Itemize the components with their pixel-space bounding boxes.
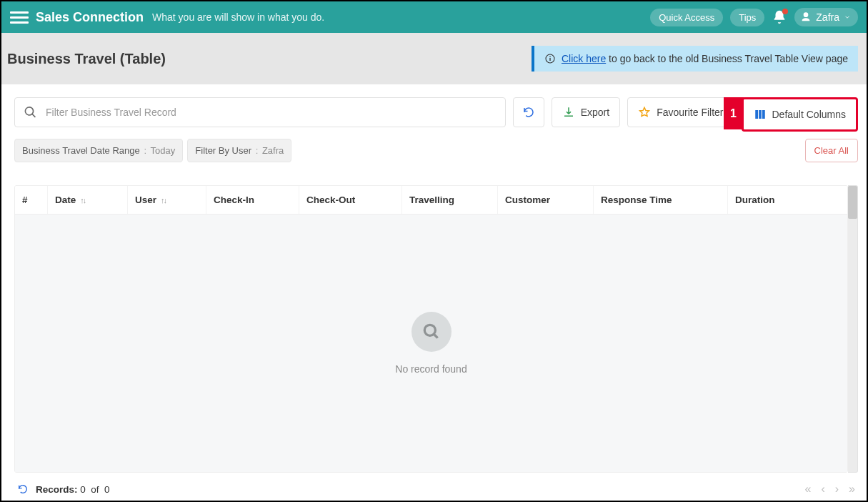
page-next-button[interactable]: › bbox=[835, 483, 839, 496]
callout-badge: 1 bbox=[724, 97, 744, 129]
pagination: « ‹ › » bbox=[805, 483, 855, 496]
refresh-button[interactable] bbox=[513, 97, 544, 127]
refresh-icon bbox=[17, 483, 29, 495]
info-icon bbox=[544, 53, 556, 64]
col-customer[interactable]: Customer bbox=[498, 186, 594, 214]
quick-access-button[interactable]: Quick Access bbox=[650, 9, 723, 26]
user-name-label: Zafra bbox=[816, 11, 839, 23]
data-table: # Date↑↓ User↑↓ Check-In Check-Out Trave… bbox=[14, 185, 848, 473]
svg-rect-2 bbox=[549, 58, 550, 61]
legacy-view-notice: Click here to go back to the old Busines… bbox=[532, 46, 858, 72]
table-empty-state: No record found bbox=[15, 215, 847, 472]
vertical-scrollbar[interactable] bbox=[848, 185, 858, 473]
empty-message: No record found bbox=[395, 363, 467, 375]
legacy-view-link[interactable]: Click here bbox=[562, 53, 606, 64]
svg-rect-4 bbox=[759, 110, 762, 119]
favourite-filter-button[interactable]: Favourite Filter bbox=[627, 97, 734, 127]
col-duration[interactable]: Duration bbox=[728, 186, 847, 214]
col-checkout[interactable]: Check-Out bbox=[299, 186, 402, 214]
footer-refresh-button[interactable] bbox=[17, 483, 29, 495]
chevron-down-icon bbox=[844, 14, 851, 21]
star-icon bbox=[638, 106, 651, 119]
svg-point-6 bbox=[424, 325, 435, 335]
refresh-icon bbox=[522, 106, 535, 119]
download-icon bbox=[562, 106, 575, 119]
sort-icon: ↑↓ bbox=[80, 196, 85, 205]
default-columns-button[interactable]: Default Columns bbox=[744, 99, 857, 129]
svg-point-1 bbox=[549, 56, 551, 58]
scrollbar-thumb[interactable] bbox=[848, 186, 857, 219]
legacy-view-text: to go back to the old Business Travel Ta… bbox=[606, 53, 848, 64]
table-header: # Date↑↓ User↑↓ Check-In Check-Out Trave… bbox=[15, 186, 847, 215]
empty-icon bbox=[411, 312, 452, 352]
filter-chip-date-range[interactable]: Business Travel Date Range : Today bbox=[14, 139, 183, 162]
svg-rect-3 bbox=[755, 110, 758, 119]
page-header: Business Travel (Table) Click here to go… bbox=[1, 33, 867, 84]
col-response-time[interactable]: Response Time bbox=[594, 186, 728, 214]
page-prev-button[interactable]: ‹ bbox=[821, 483, 824, 496]
filter-chip-user[interactable]: Filter By User : Zafra bbox=[187, 139, 291, 162]
page-first-button[interactable]: « bbox=[805, 483, 812, 496]
active-filters-row: Business Travel Date Range : Today Filte… bbox=[14, 139, 858, 172]
menu-icon[interactable] bbox=[10, 8, 29, 26]
table-footer: Records: 0 of 0 « ‹ › » bbox=[14, 473, 858, 502]
page-title: Business Travel (Table) bbox=[7, 51, 166, 67]
col-travelling[interactable]: Travelling bbox=[402, 186, 498, 214]
search-icon bbox=[422, 323, 441, 341]
col-checkin[interactable]: Check-In bbox=[206, 186, 299, 214]
svg-rect-5 bbox=[762, 110, 765, 119]
records-total: 0 bbox=[104, 484, 110, 495]
export-label: Export bbox=[581, 107, 609, 118]
records-label: Records: bbox=[36, 484, 78, 495]
col-date[interactable]: Date↑↓ bbox=[48, 186, 128, 214]
sort-icon: ↑↓ bbox=[161, 196, 166, 205]
top-header: Sales Connection What you are will show … bbox=[1, 1, 867, 33]
brand-title: Sales Connection bbox=[36, 10, 144, 25]
user-menu[interactable]: Zafra bbox=[794, 8, 858, 26]
search-input[interactable] bbox=[46, 107, 497, 118]
favourite-filter-label: Favourite Filter bbox=[657, 107, 723, 118]
records-count: 0 bbox=[80, 484, 86, 495]
notifications-icon[interactable] bbox=[772, 9, 787, 25]
toolbar: Export Favourite Filter 1 Default Column… bbox=[14, 97, 858, 139]
default-columns-callout: 1 Default Columns bbox=[742, 97, 859, 132]
col-index[interactable]: # bbox=[15, 186, 48, 214]
tips-button[interactable]: Tips bbox=[730, 9, 764, 26]
default-columns-label: Default Columns bbox=[772, 109, 847, 120]
search-icon bbox=[24, 105, 37, 119]
search-box[interactable] bbox=[14, 97, 506, 127]
columns-icon bbox=[754, 108, 767, 121]
clear-all-button[interactable]: Clear All bbox=[805, 139, 858, 162]
page-last-button[interactable]: » bbox=[849, 483, 855, 496]
records-of: of bbox=[91, 484, 99, 495]
brand-tagline: What you are will show in what you do. bbox=[152, 11, 324, 23]
export-button[interactable]: Export bbox=[552, 97, 620, 127]
col-user[interactable]: User↑↓ bbox=[128, 186, 206, 214]
